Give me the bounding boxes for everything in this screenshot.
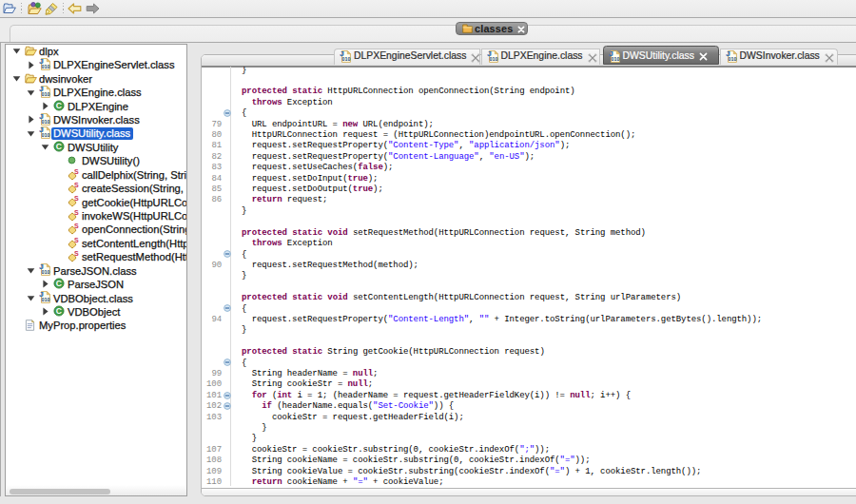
svg-text:010: 010 bbox=[41, 119, 49, 125]
svg-text:C: C bbox=[55, 142, 61, 151]
svg-text:010: 010 bbox=[41, 133, 49, 139]
svg-text:C: C bbox=[55, 306, 61, 316]
svg-text:010: 010 bbox=[41, 91, 49, 97]
svg-text:010: 010 bbox=[611, 56, 619, 62]
svg-text:010: 010 bbox=[41, 298, 49, 303]
svg-text:S: S bbox=[73, 223, 78, 229]
svg-text:010: 010 bbox=[489, 56, 497, 62]
svg-text:S: S bbox=[73, 237, 78, 243]
svg-text:C: C bbox=[55, 101, 61, 110]
svg-text:S: S bbox=[73, 250, 78, 257]
svg-text:010: 010 bbox=[728, 56, 736, 62]
svg-text:S: S bbox=[73, 168, 78, 175]
svg-text:S: S bbox=[73, 209, 78, 216]
svg-text:010: 010 bbox=[41, 270, 49, 276]
svg-text:S: S bbox=[73, 195, 78, 202]
svg-text:010: 010 bbox=[41, 64, 49, 69]
svg-text:S: S bbox=[73, 182, 78, 188]
svg-text:010: 010 bbox=[342, 56, 351, 62]
svg-text:C: C bbox=[55, 279, 61, 288]
